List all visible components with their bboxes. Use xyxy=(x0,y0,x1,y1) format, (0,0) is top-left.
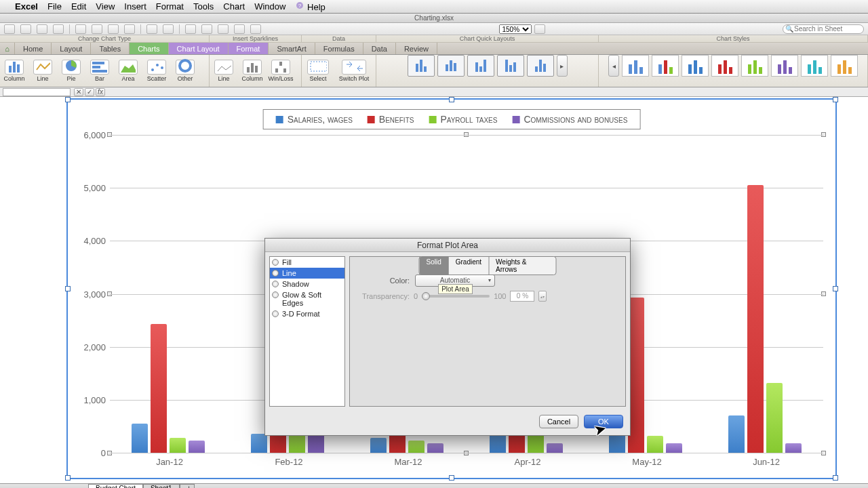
bar[interactable] xyxy=(189,441,205,453)
filter-icon[interactable] xyxy=(234,24,245,34)
chart-style-3[interactable] xyxy=(682,55,709,77)
bar[interactable] xyxy=(251,434,267,453)
new-file-icon[interactable] xyxy=(4,24,15,34)
chart-style-6[interactable] xyxy=(771,55,798,77)
print-icon[interactable] xyxy=(53,24,64,34)
cancel-formula-icon[interactable]: ✕ xyxy=(74,88,83,96)
menu-chart[interactable]: Chart xyxy=(223,1,245,12)
sort-asc-icon[interactable] xyxy=(201,24,212,34)
autosum-icon[interactable] xyxy=(185,24,196,34)
menu-edit[interactable]: Edit xyxy=(71,1,86,12)
chart-style-prev-icon[interactable]: ◂ xyxy=(608,55,619,77)
bar[interactable] xyxy=(747,185,764,453)
sidebar-item-glow[interactable]: Glow & Soft Edges xyxy=(270,289,344,308)
seg-weights[interactable]: Weights & Arrows xyxy=(489,257,555,274)
save-icon[interactable] xyxy=(37,24,47,34)
seg-gradient[interactable]: Gradient xyxy=(449,257,489,274)
bar[interactable] xyxy=(170,438,186,453)
search-input[interactable] xyxy=(783,24,864,34)
chart-type-column[interactable]: Column xyxy=(0,60,28,82)
bar[interactable] xyxy=(647,436,663,453)
menu-insert[interactable]: Insert xyxy=(124,1,146,12)
toolbox-icon[interactable] xyxy=(250,24,261,34)
quick-layout-5[interactable] xyxy=(527,55,554,77)
chart-style-1[interactable] xyxy=(622,55,649,77)
menu-tools[interactable]: Tools xyxy=(193,1,214,12)
chart-type-bar[interactable]: Bar xyxy=(85,60,114,82)
chart-style-2[interactable] xyxy=(652,55,679,77)
tab-format[interactable]: Format xyxy=(229,43,269,54)
collapse-ribbon-icon[interactable]: ⌂ xyxy=(0,43,15,54)
sheet-tab-budget-chart[interactable]: Budget Chart xyxy=(88,484,143,488)
bar[interactable] xyxy=(427,443,443,453)
name-box[interactable] xyxy=(3,88,71,96)
seg-solid[interactable]: Solid xyxy=(420,257,449,274)
select-data-button[interactable]: Select xyxy=(302,60,334,82)
sparkline-column[interactable]: Column xyxy=(238,60,267,82)
enter-formula-icon[interactable]: ✓ xyxy=(85,88,94,96)
menu-help[interactable]: ? Help xyxy=(295,1,325,12)
chart-type-line[interactable]: Line xyxy=(28,60,57,82)
bar[interactable] xyxy=(766,383,783,453)
tab-tables[interactable]: Tables xyxy=(91,43,130,54)
bar[interactable] xyxy=(785,443,802,453)
sidebar-item-line[interactable]: Line xyxy=(270,268,344,279)
add-sheet-button[interactable]: + xyxy=(180,484,195,488)
zoom-select[interactable]: 150% xyxy=(499,24,532,34)
open-file-icon[interactable] xyxy=(20,24,31,34)
transparency-slider[interactable]: Plot Area xyxy=(422,295,490,298)
tab-review[interactable]: Review xyxy=(396,43,437,54)
menu-window[interactable]: Window xyxy=(254,1,285,12)
sidebar-item-fill[interactable]: Fill xyxy=(270,257,344,268)
quick-layout-2[interactable] xyxy=(437,55,465,77)
menu-view[interactable]: View xyxy=(96,1,115,12)
tab-formulas[interactable]: Formulas xyxy=(315,43,363,54)
bar[interactable] xyxy=(408,441,425,453)
chart-style-4[interactable] xyxy=(711,55,738,77)
quick-layout-4[interactable] xyxy=(497,55,524,77)
ok-button[interactable]: OK xyxy=(584,415,623,428)
quick-layout-1[interactable] xyxy=(408,55,435,77)
paste-icon[interactable] xyxy=(108,24,119,34)
fx-icon[interactable]: fx xyxy=(96,88,105,96)
switch-plot-button[interactable]: Switch Plot xyxy=(334,60,374,82)
copy-icon[interactable] xyxy=(92,24,102,34)
tab-smartart[interactable]: SmartArt xyxy=(269,43,315,54)
sort-desc-icon[interactable] xyxy=(218,24,229,34)
transparency-stepper[interactable]: ▴▾ xyxy=(538,291,547,302)
sparkline-winloss[interactable]: Win/Loss xyxy=(267,60,295,82)
bar[interactable] xyxy=(666,443,682,453)
sheet-tab-sheet1[interactable]: Sheet1 xyxy=(143,484,180,488)
quick-layout-3[interactable] xyxy=(467,55,494,77)
help-icon[interactable] xyxy=(534,24,545,34)
format-painter-icon[interactable] xyxy=(124,24,135,34)
tab-charts[interactable]: Charts xyxy=(130,43,168,54)
menu-file[interactable]: File xyxy=(47,1,62,12)
sparkline-line[interactable]: Line xyxy=(210,60,238,82)
chart-type-area[interactable]: Area xyxy=(114,60,142,82)
chart-legend[interactable]: Salaries, wages Benefits Payroll taxes C… xyxy=(263,109,641,129)
slider-thumb[interactable] xyxy=(422,292,430,300)
undo-icon[interactable] xyxy=(146,24,157,34)
redo-icon[interactable] xyxy=(163,24,174,34)
transparency-value[interactable]: 0 % xyxy=(510,291,534,302)
bar[interactable] xyxy=(547,443,563,453)
bar[interactable] xyxy=(132,424,148,453)
tab-layout[interactable]: Layout xyxy=(52,43,91,54)
bar[interactable] xyxy=(151,324,167,453)
sidebar-item-3d[interactable]: 3-D Format xyxy=(270,308,344,319)
chart-type-pie[interactable]: Pie xyxy=(57,60,85,82)
tab-chart-layout[interactable]: Chart Layout xyxy=(169,43,229,54)
bar[interactable] xyxy=(728,415,745,453)
cut-icon[interactable] xyxy=(75,24,86,34)
chart-style-7[interactable] xyxy=(801,55,828,77)
menu-format[interactable]: Format xyxy=(156,1,184,12)
chart-type-other[interactable]: Other xyxy=(171,60,199,82)
app-menu[interactable]: Excel xyxy=(15,1,38,12)
chart-type-scatter[interactable]: Scatter xyxy=(142,60,171,82)
quick-layout-more-icon[interactable]: ▸ xyxy=(557,55,568,77)
chart-style-8[interactable] xyxy=(831,55,858,77)
cancel-button[interactable]: Cancel xyxy=(539,415,578,428)
tab-data[interactable]: Data xyxy=(363,43,396,54)
chart-style-5[interactable] xyxy=(741,55,768,77)
